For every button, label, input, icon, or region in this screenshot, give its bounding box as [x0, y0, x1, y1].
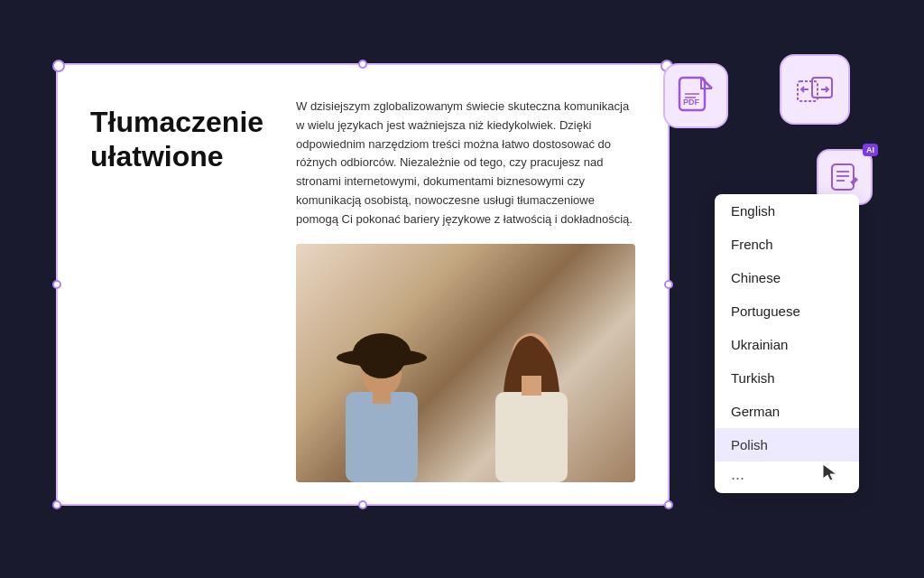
language-item-english[interactable]: English — [715, 194, 859, 228]
pdf-icon: PDF — [678, 76, 714, 116]
ai-badge: AI — [863, 144, 878, 156]
transform-icon-container[interactable] — [780, 54, 850, 125]
language-item-turkish[interactable]: Turkish — [715, 361, 859, 395]
doc-left: Tłumaczenie ułatwione — [90, 98, 271, 482]
svg-point-3 — [359, 342, 404, 378]
doc-right: W dzisiejszym zglobalizowanym świecie sk… — [296, 98, 635, 482]
language-item-french[interactable]: French — [715, 228, 859, 261]
language-item-ukrainian[interactable]: Ukrainian — [715, 328, 859, 361]
ai-edit-icon — [828, 161, 861, 193]
doc-content: Tłumaczenie ułatwione W dzisiejszym zglo… — [90, 98, 635, 482]
svg-rect-5 — [373, 390, 391, 404]
language-item-chinese[interactable]: Chinese — [715, 261, 859, 294]
transform-icon — [794, 69, 836, 110]
svg-rect-7 — [495, 392, 568, 482]
corner-dot-ml — [52, 280, 61, 289]
cursor — [821, 462, 839, 480]
svg-rect-8 — [522, 376, 541, 396]
corner-dot-br — [664, 500, 673, 509]
corner-dot-mr — [664, 280, 673, 289]
woman2-silhouette — [482, 320, 581, 482]
svg-rect-15 — [832, 164, 854, 190]
scene: Tłumaczenie ułatwione W dzisiejszym zglo… — [38, 36, 886, 542]
document-card: Tłumaczenie ułatwione W dzisiejszym zglo… — [56, 63, 670, 506]
svg-rect-4 — [346, 392, 418, 482]
cursor-icon — [821, 462, 839, 482]
language-item-portuguese[interactable]: Portuguese — [715, 294, 859, 328]
doc-image: 01 — [296, 244, 635, 482]
corner-dot-bm — [358, 500, 367, 509]
doc-body-text: W dzisiejszym zglobalizowanym świecie sk… — [296, 98, 635, 229]
pdf-icon-container[interactable]: PDF — [663, 63, 728, 128]
doc-title: Tłumaczenie ułatwione — [90, 105, 271, 174]
language-item-german[interactable]: German — [715, 395, 859, 428]
corner-dot-bl — [52, 500, 61, 509]
woman1-silhouette — [323, 311, 440, 482]
language-item-polish[interactable]: Polish — [715, 428, 859, 461]
corner-dot-tm — [358, 60, 367, 69]
language-dropdown: English French Chinese Portuguese Ukrain… — [715, 194, 859, 493]
svg-text:PDF: PDF — [683, 98, 700, 107]
